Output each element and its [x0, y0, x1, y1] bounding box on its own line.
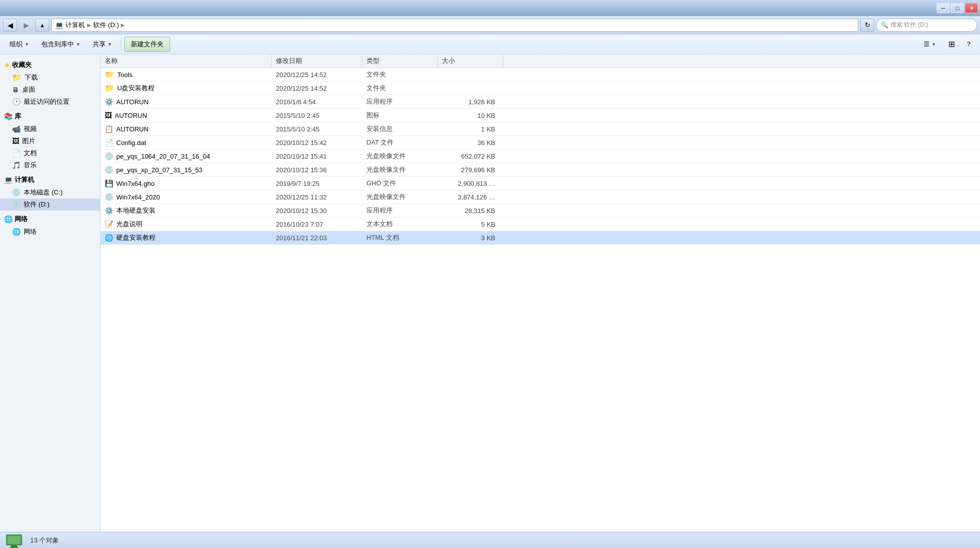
table-row[interactable]: 💾 Win7x64.gho 2019/9/7 19:25 GHO 文件 2,90… [101, 177, 980, 190]
file-name: AUTORUN [116, 98, 148, 106]
file-name: 本地硬盘安装 [116, 206, 156, 215]
include-library-button[interactable]: 包含到库中 ▼ [36, 37, 86, 52]
breadcrumb-computer[interactable]: 计算机 [65, 21, 85, 30]
breadcrumb-drive[interactable]: 软件 (D:) [93, 21, 119, 30]
file-list: 名称 修改日期 类型 大小 📁 Tools 2020/12/25 14:52 文… [101, 54, 980, 532]
search-icon: 🔍 [881, 22, 888, 29]
sidebar-item-drive-c[interactable]: 💿 本地磁盘 (C:) [0, 186, 100, 198]
sidebar-item-music[interactable]: 🎵 音乐 [0, 159, 100, 171]
file-list-header: 名称 修改日期 类型 大小 [101, 54, 980, 68]
file-icon: 🖼 [105, 111, 112, 119]
table-row[interactable]: 📋 AUTORUN 2015/5/10 2:45 安装信息 1 KB [101, 122, 980, 136]
back-button[interactable]: ◀ [3, 19, 17, 32]
breadcrumb-sep2: ▶ [121, 22, 125, 28]
maximize-button[interactable]: □ [951, 3, 964, 13]
computer-icon: 💻 [4, 176, 13, 184]
sidebar-computer-header[interactable]: 💻 计算机 [0, 173, 100, 186]
sidebar-item-label: 图片 [22, 136, 35, 146]
sidebar-item-video[interactable]: 📹 视频 [0, 123, 100, 135]
pictures-icon: 🖼 [12, 137, 19, 145]
file-icon: ⚙️ [105, 207, 113, 215]
table-row[interactable]: 🌐 硬盘安装教程 2016/11/21 22:03 HTML 文档 3 KB [101, 231, 980, 245]
organize-button[interactable]: 组织 ▼ [4, 37, 35, 52]
table-row[interactable]: ⚙️ 本地硬盘安装 2020/10/12 15:30 应用程序 28,315 K… [101, 204, 980, 218]
star-icon: ★ [4, 61, 10, 69]
file-size-cell: 36 KB [438, 137, 503, 149]
sidebar-network-header[interactable]: 🌐 网络 [0, 213, 100, 226]
file-date-cell: 2016/11/21 22:03 [272, 232, 362, 244]
organize-label: 组织 [10, 40, 23, 49]
music-icon: 🎵 [12, 161, 21, 169]
sidebar-item-recent[interactable]: 🕐 最近访问的位置 [0, 96, 100, 108]
computer-label: 计算机 [15, 175, 34, 184]
col-header-date[interactable]: 修改日期 [272, 54, 362, 67]
table-row[interactable]: 💿 Win7x64_2020 2020/12/25 11:32 光盘映像文件 3… [101, 190, 980, 204]
minimize-button[interactable]: ─ [937, 3, 950, 13]
file-type-cell: HTML 文档 [362, 231, 438, 244]
up-button[interactable]: ▲ [35, 19, 49, 32]
forward-button[interactable]: ▶ [19, 19, 33, 32]
file-date-cell: 2020/12/25 14:52 [272, 83, 362, 94]
table-row[interactable]: ⚙️ AUTORUN 2016/1/8 4:54 应用程序 1,926 KB [101, 95, 980, 109]
file-size-cell: 1,926 KB [438, 96, 503, 108]
search-bar[interactable]: 🔍 搜索 软件 (D:) [876, 19, 977, 32]
table-row[interactable]: 📄 Config.dat 2020/10/12 15:42 DAT 文件 36 … [101, 136, 980, 150]
file-name: 硬盘安装教程 [116, 233, 156, 242]
sidebar-item-label: 本地磁盘 (C:) [24, 188, 62, 197]
new-folder-label: 新建文件夹 [131, 40, 164, 48]
file-name-cell: 📁 Tools [101, 68, 272, 81]
close-button[interactable]: ✕ [965, 3, 978, 13]
file-icon: 📋 [105, 125, 113, 133]
col-header-size[interactable]: 大小 [438, 54, 503, 67]
sidebar-item-network[interactable]: 🌐 网络 [0, 226, 100, 238]
sidebar-item-documents[interactable]: 📄 文档 [0, 147, 100, 159]
col-header-type[interactable]: 类型 [362, 54, 438, 67]
sidebar-library-header[interactable]: 📚 库 [0, 110, 100, 123]
network-label: 网络 [15, 215, 28, 224]
share-button[interactable]: 共享 ▼ [87, 37, 118, 52]
help-button[interactable]: ? [961, 37, 976, 52]
table-row[interactable]: 🖼 AUTORUN 2015/5/10 2:45 图标 10 KB [101, 109, 980, 122]
table-row[interactable]: 📝 光盘说明 2016/10/23 7:07 文本文档 5 KB [101, 218, 980, 231]
file-type-cell: 应用程序 [362, 95, 438, 108]
file-date-cell: 2016/10/23 7:07 [272, 219, 362, 230]
view-toggle-button[interactable]: ☰ ▼ [918, 37, 942, 52]
table-row[interactable]: 📁 Tools 2020/12/25 14:52 文件夹 [101, 68, 980, 82]
file-type-cell: 文件夹 [362, 68, 438, 81]
preview-button[interactable]: ⊞ [943, 37, 960, 52]
file-date-cell: 2015/5/10 2:45 [272, 123, 362, 135]
file-name-cell: 💿 Win7x64_2020 [101, 191, 272, 203]
table-row[interactable]: 📁 U盘安装教程 2020/12/25 14:52 文件夹 [101, 82, 980, 95]
sidebar-item-desktop[interactable]: 🖥 桌面 [0, 84, 100, 96]
file-size-cell: 10 KB [438, 110, 503, 121]
file-name-cell: 📄 Config.dat [101, 136, 272, 149]
sidebar-item-drive-d[interactable]: 💿 软件 (D:) [0, 198, 100, 211]
file-size-cell: 3 KB [438, 232, 503, 244]
new-folder-button[interactable]: 新建文件夹 [124, 37, 170, 52]
file-size-cell: 28,315 KB [438, 205, 503, 217]
file-icon: 💾 [105, 179, 113, 187]
sidebar-favorites-header[interactable]: ★ 收藏夹 [0, 58, 100, 72]
file-type-cell: 安装信息 [362, 122, 438, 135]
file-name-cell: 📁 U盘安装教程 [101, 82, 272, 95]
sidebar: ★ 收藏夹 📁 下载 🖥 桌面 🕐 最近访问的位置 📚 库 [0, 54, 101, 532]
file-name: Tools [117, 71, 132, 79]
table-row[interactable]: 💿 pe_yqs_xp_20_07_31_15_53 2020/10/12 15… [101, 163, 980, 177]
file-type-cell: 光盘映像文件 [362, 163, 438, 176]
sidebar-item-downloads[interactable]: 📁 下载 [0, 72, 100, 84]
table-row[interactable]: 💿 pe_yqs_1064_20_07_31_16_04 2020/10/12 … [101, 150, 980, 163]
sidebar-section-library: 📚 库 📹 视频 🖼 图片 📄 文档 🎵 音乐 [0, 110, 100, 171]
sidebar-item-label: 音乐 [24, 161, 37, 170]
file-icon: 📁 [105, 70, 114, 79]
sidebar-item-pictures[interactable]: 🖼 图片 [0, 135, 100, 147]
file-name-cell: 📝 光盘说明 [101, 218, 272, 231]
file-name-cell: ⚙️ 本地硬盘安装 [101, 204, 272, 217]
breadcrumb-icon: 💻 [55, 21, 63, 29]
col-header-name[interactable]: 名称 [101, 54, 272, 67]
refresh-button[interactable]: ↻ [860, 19, 874, 32]
titlebar: ─ □ ✕ [0, 0, 980, 16]
file-type-cell: DAT 文件 [362, 136, 438, 149]
breadcrumb[interactable]: 💻 计算机 ▶ 软件 (D:) ▶ [51, 19, 858, 32]
file-date-cell: 2020/10/12 15:42 [272, 137, 362, 149]
file-date-cell: 2020/10/12 15:36 [272, 164, 362, 176]
